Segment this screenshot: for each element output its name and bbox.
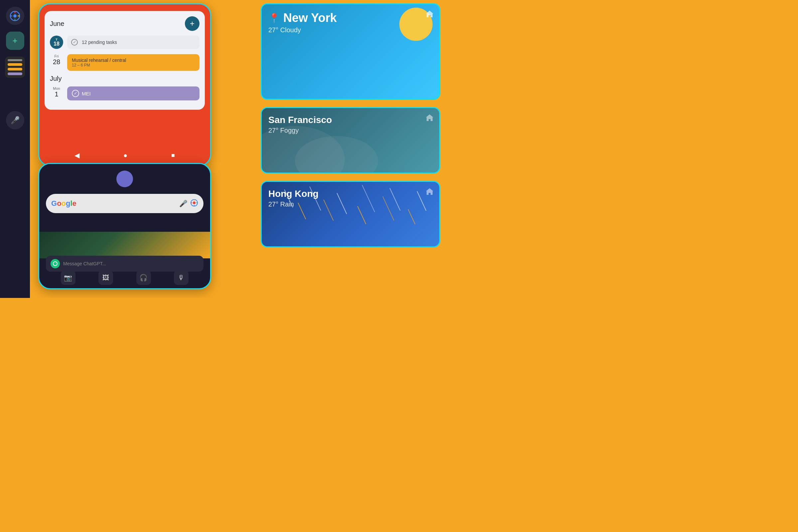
pending-tasks-card: ✓ 12 pending tasks — [67, 36, 200, 49]
bottom-app-icons: 📷 🖼 🎧 🎙 — [39, 270, 210, 286]
july-day-name: Mon — [50, 87, 63, 91]
july-date-label: Mon 1 — [50, 87, 63, 98]
ny-home-icon[interactable] — [425, 10, 434, 20]
wallpaper-wave — [39, 232, 210, 258]
mei-event-card[interactable]: ✓ MEI — [67, 87, 200, 100]
sidebar-mic-button[interactable]: 🎤 — [6, 111, 24, 129]
july-label: July — [50, 75, 200, 82]
musical-event-card[interactable]: Musical rehearsal / central 12 – 6 PM — [67, 54, 200, 71]
weather-card-sf[interactable]: San Francisco 27° Foggy — [261, 107, 440, 174]
event-row-july: Mon 1 ✓ MEI — [50, 87, 200, 100]
search-mic-icon[interactable]: 🎤 — [179, 200, 188, 208]
rain-line-yellow-5 — [408, 209, 416, 225]
rain-line-yellow-1 — [298, 203, 306, 220]
chatgpt-icon — [51, 259, 60, 268]
svg-point-7 — [193, 202, 195, 204]
sidebar-add-button[interactable]: + — [6, 32, 24, 50]
check-circle-icon: ✓ — [71, 39, 78, 45]
task-day-num: 18 — [54, 41, 59, 46]
widget-bar-2 — [8, 63, 22, 66]
calendar-header: June + — [50, 16, 200, 31]
chatgpt-placeholder: Message ChatGPT... — [63, 261, 106, 266]
task-text: 12 pending tasks — [82, 40, 117, 45]
rain-line-5 — [390, 188, 401, 211]
calendar-plus-icon: + — [190, 19, 194, 28]
weather-card-ny[interactable]: 📍 New York 27° Cloudy — [261, 3, 440, 100]
rain-animation — [262, 182, 439, 246]
chatgpt-input-bar[interactable]: Message ChatGPT... — [46, 256, 204, 272]
left-sidebar: + 🎤 — [0, 0, 30, 298]
front-camera — [116, 171, 133, 187]
calendar-widget: June + T 18 ✓ 12 pending tasks Fri 28 Mu… — [44, 11, 205, 110]
mei-check-icon: ✓ — [72, 90, 79, 97]
home-nav-icon[interactable]: ● — [124, 152, 127, 159]
photos-app-icon[interactable]: 🖼 — [98, 270, 113, 285]
google-lens-btn[interactable] — [6, 7, 24, 25]
camera-app-icon[interactable]: 📷 — [61, 270, 75, 285]
weather-separator-2 — [261, 176, 440, 178]
event-date-label: Fri 28 — [50, 54, 63, 66]
widget-bar-3 — [8, 68, 22, 71]
rain-line-4 — [362, 185, 375, 212]
mic-icon: 🎤 — [11, 116, 20, 125]
event-title: Musical rehearsal / central — [72, 58, 195, 63]
event-time: 12 – 6 PM — [72, 63, 195, 68]
sidebar-widget-preview — [5, 57, 25, 78]
rain-line-yellow-2 — [323, 200, 334, 221]
search-lens-icon[interactable] — [190, 199, 198, 208]
event-day-name: Fri — [50, 54, 63, 58]
weather-separator-1 — [261, 102, 440, 104]
hk-home-icon[interactable] — [425, 187, 434, 198]
june-label: June — [50, 20, 64, 27]
phone-nav-bar: ◀ ● ■ — [39, 145, 210, 165]
task-date-circle: T 18 — [50, 36, 63, 49]
back-nav-icon[interactable]: ◀ — [75, 151, 79, 159]
ny-city-name: New York — [283, 11, 337, 25]
mei-event-title: MEI — [82, 91, 91, 96]
weather-card-hk[interactable]: Hong Kong 27° Rain — [261, 181, 440, 247]
rain-line-yellow-4 — [382, 196, 394, 221]
event-day-num: 28 — [50, 58, 63, 66]
google-g-logo: Google — [51, 199, 76, 208]
svg-point-1 — [13, 14, 17, 18]
ny-pin-icon: 📍 — [268, 13, 280, 24]
rain-line-yellow-3 — [357, 206, 366, 224]
plus-icon: + — [12, 36, 17, 46]
mic-app-icon[interactable]: 🎙 — [174, 270, 189, 285]
rain-line-1 — [284, 189, 293, 208]
recents-nav-icon[interactable]: ■ — [171, 152, 175, 159]
bottom-phone: Google 🎤 Message ChatGPT... 📷 🖼 — [38, 163, 211, 289]
widget-bar-1 — [8, 59, 22, 61]
event-row-june: Fri 28 Musical rehearsal / central 12 – … — [50, 54, 200, 71]
sf-city-name: San Francisco — [268, 115, 433, 125]
google-search-bar[interactable]: Google 🎤 — [46, 194, 204, 213]
music-app-icon[interactable]: 🎧 — [136, 270, 151, 285]
task-row: T 18 ✓ 12 pending tasks — [50, 36, 200, 49]
widget-bar-4 — [8, 73, 22, 75]
sf-home-icon[interactable] — [425, 113, 434, 124]
weather-panel: 📍 New York 27° Cloudy San Francisco 27° … — [261, 3, 440, 247]
rain-line-3 — [337, 193, 347, 214]
july-day-num: 1 — [50, 91, 63, 98]
rain-line-2 — [309, 186, 321, 210]
calendar-add-button[interactable]: + — [185, 16, 200, 31]
calendar-phone: June + T 18 ✓ 12 pending tasks Fri 28 Mu… — [38, 3, 211, 166]
